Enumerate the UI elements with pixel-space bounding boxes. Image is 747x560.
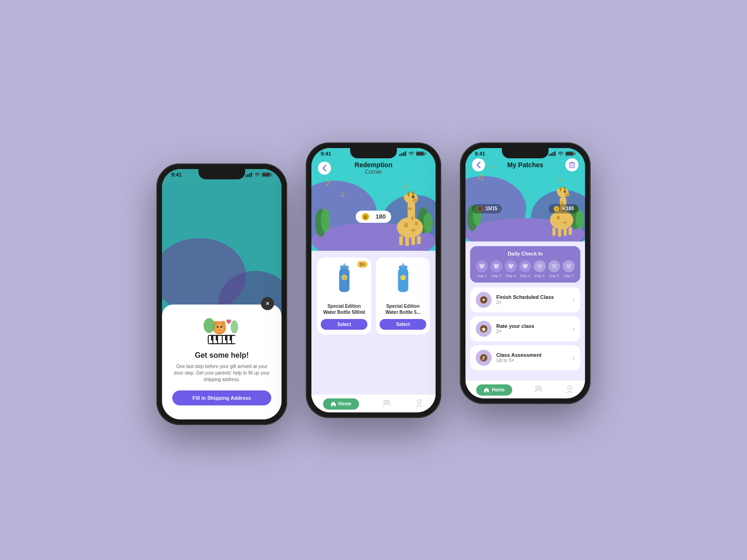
coin-small-icon xyxy=(477,206,483,212)
task-sub-1: 2× xyxy=(496,300,568,305)
svg-rect-96 xyxy=(564,227,567,236)
svg-point-127 xyxy=(480,263,482,265)
svg-point-27 xyxy=(220,326,222,328)
phone-3-screen: ♫ ♪ ♪ xyxy=(465,148,585,398)
modal-illustration xyxy=(201,314,243,347)
task-icon-3 xyxy=(476,350,492,366)
phone2-title: Redemption xyxy=(355,161,393,169)
svg-rect-110 xyxy=(552,152,554,156)
svg-rect-167 xyxy=(482,359,484,360)
svg-rect-44 xyxy=(411,236,415,245)
phone3-content: Daily Check In xyxy=(465,241,585,380)
phone3-bottom-nav: Home xyxy=(465,380,585,398)
back-arrow-icon-3 xyxy=(477,162,480,168)
coin-count: 180 xyxy=(375,213,386,220)
phone2-nav-profile[interactable] xyxy=(415,398,424,410)
svg-rect-21 xyxy=(230,336,232,340)
rate-class-icon xyxy=(479,324,488,333)
svg-rect-42 xyxy=(399,236,403,245)
svg-rect-72 xyxy=(343,263,345,267)
phone1-background: 9:41 xyxy=(162,169,282,419)
daily-checkin-title: Daily Check In xyxy=(476,251,575,256)
svg-rect-9 xyxy=(262,173,270,176)
svg-point-48 xyxy=(411,217,414,220)
svg-point-152 xyxy=(553,263,554,265)
svg-rect-45 xyxy=(417,236,421,244)
modal-close-button[interactable]: × xyxy=(261,297,274,310)
task-name-1: Finish Scheduled Class xyxy=(496,294,568,300)
svg-point-106 xyxy=(565,193,570,196)
phone3-home-button[interactable]: Home xyxy=(476,384,512,396)
phone2-status-icons xyxy=(399,151,426,156)
coin-display-left: 15/15 xyxy=(472,204,502,213)
modal-card: × xyxy=(162,305,282,419)
community-icon xyxy=(382,398,391,408)
signal-icon-3 xyxy=(549,151,556,156)
svg-point-138 xyxy=(511,263,513,265)
task-icon-2 xyxy=(476,321,492,337)
svg-point-28 xyxy=(204,318,215,333)
svg-point-169 xyxy=(538,386,541,389)
phone3-nav-profile[interactable] xyxy=(565,384,574,396)
wifi-icon-2 xyxy=(409,151,414,156)
select-button-2[interactable]: Select xyxy=(380,319,426,330)
svg-point-148 xyxy=(540,263,542,265)
daily-checkin: Daily Check In xyxy=(470,246,580,283)
day-label-7: Day 7 xyxy=(564,274,574,278)
phone2-home-button[interactable]: Home xyxy=(323,398,359,410)
modal-title: Get some help! xyxy=(172,351,271,360)
paw-icon-5 xyxy=(536,263,543,269)
phone-2: ♪ ♫ ♪ xyxy=(306,142,441,418)
coins-right: × 180 xyxy=(562,206,574,211)
phone3-back-button[interactable] xyxy=(472,158,485,171)
phone-1: 9:41 xyxy=(156,163,287,425)
modal-overlay: × xyxy=(162,169,282,419)
svg-point-132 xyxy=(495,263,496,265)
svg-rect-52 xyxy=(408,192,409,197)
community-icon-3 xyxy=(534,384,543,394)
svg-point-133 xyxy=(497,263,498,265)
day-item-6: Day 6 xyxy=(548,260,560,278)
phone-2-screen: ♪ ♫ ♪ xyxy=(311,148,436,412)
day-label-2: Day 2 xyxy=(492,274,501,278)
svg-rect-43 xyxy=(405,236,409,246)
task-card-1[interactable]: Finish Scheduled Class 2× › xyxy=(470,287,580,312)
select-button-1[interactable]: Select xyxy=(321,319,367,330)
day-circle-3 xyxy=(505,260,517,272)
phone2-content: 2× xyxy=(311,251,436,394)
svg-point-80 xyxy=(384,400,387,403)
phone2-nav-community[interactable] xyxy=(382,398,391,410)
phone3-hero: ♫ ♪ ♪ xyxy=(465,148,585,241)
fill-shipping-button[interactable]: Fill in Shipping Address xyxy=(172,390,271,405)
coin-gold-icon xyxy=(553,206,560,212)
phone3-trash-button[interactable] xyxy=(565,158,578,171)
svg-rect-18 xyxy=(211,336,213,340)
product-name-1: Special Edition Water Bottle 500ml xyxy=(321,303,367,315)
task-name-2: Rate your class xyxy=(496,323,568,329)
notch-2 xyxy=(350,148,397,158)
assessment-icon xyxy=(479,353,488,362)
day-item-5: Day 5 xyxy=(534,260,546,278)
svg-rect-14 xyxy=(218,336,222,343)
day-circle-5 xyxy=(534,260,546,272)
paw-icon-3 xyxy=(507,263,514,269)
phone3-nav-community[interactable] xyxy=(534,384,543,396)
day-circle-7 xyxy=(563,260,575,272)
battery-icon-2 xyxy=(416,151,426,156)
phone2-back-button[interactable] xyxy=(318,162,331,175)
svg-rect-61 xyxy=(416,152,424,155)
wifi-icon xyxy=(254,172,260,177)
svg-rect-105 xyxy=(564,186,565,191)
day-circle-2 xyxy=(490,260,502,272)
music-note-p3-1: ♫ xyxy=(477,171,484,182)
svg-point-168 xyxy=(536,386,538,389)
phone2-subtitle: Corner xyxy=(355,169,393,175)
svg-rect-58 xyxy=(403,152,404,156)
task-card-3[interactable]: Class Assessment Up to 5× › xyxy=(470,345,580,370)
svg-rect-62 xyxy=(425,153,426,154)
task-card-2[interactable]: Rate your class 2× › xyxy=(470,316,580,341)
svg-rect-20 xyxy=(225,336,227,340)
product-card-2: ⭐ Special Edition Water Bottle 5... Sele… xyxy=(376,257,430,334)
day-item-2: Day 2 xyxy=(490,260,502,278)
task-info-2: Rate your class 2× xyxy=(496,323,568,334)
